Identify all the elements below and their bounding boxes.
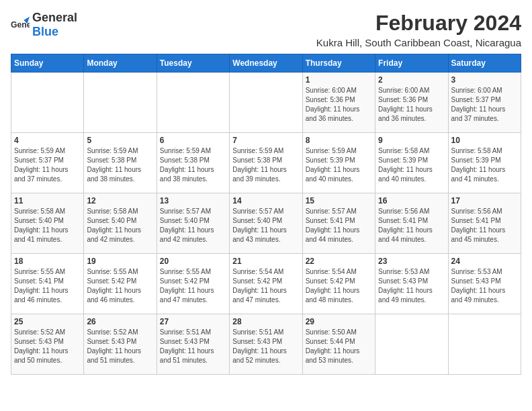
calendar-week-row: 1Sunrise: 6:00 AM Sunset: 5:36 PM Daylig…: [11, 73, 521, 133]
calendar-week-row: 18Sunrise: 5:55 AM Sunset: 5:41 PM Dayli…: [11, 254, 521, 314]
calendar-cell: 11Sunrise: 5:58 AM Sunset: 5:40 PM Dayli…: [11, 193, 84, 254]
day-info: Sunrise: 5:57 AM Sunset: 5:40 PM Dayligh…: [160, 207, 226, 244]
day-number: 10: [451, 136, 518, 145]
day-number: 19: [87, 257, 153, 266]
day-number: 17: [451, 196, 518, 205]
day-info: Sunrise: 5:57 AM Sunset: 5:40 PM Dayligh…: [232, 207, 299, 244]
day-number: 12: [87, 196, 153, 205]
day-info: Sunrise: 5:59 AM Sunset: 5:38 PM Dayligh…: [232, 146, 299, 184]
day-number: 8: [306, 136, 372, 145]
calendar-cell: 24Sunrise: 5:53 AM Sunset: 5:43 PM Dayli…: [448, 254, 521, 314]
day-number: 11: [14, 196, 81, 205]
calendar-cell: 10Sunrise: 5:58 AM Sunset: 5:39 PM Dayli…: [448, 133, 521, 193]
day-info: Sunrise: 5:59 AM Sunset: 5:39 PM Dayligh…: [306, 146, 372, 184]
day-number: 15: [306, 196, 372, 205]
col-header-sunday: Sunday: [11, 54, 84, 73]
calendar-cell: 4Sunrise: 5:59 AM Sunset: 5:37 PM Daylig…: [11, 133, 84, 193]
day-info: Sunrise: 5:52 AM Sunset: 5:43 PM Dayligh…: [14, 328, 81, 365]
day-info: Sunrise: 6:00 AM Sunset: 5:36 PM Dayligh…: [378, 86, 445, 124]
day-number: 9: [378, 136, 445, 145]
calendar-cell: 8Sunrise: 5:59 AM Sunset: 5:39 PM Daylig…: [302, 133, 375, 193]
calendar-cell: 25Sunrise: 5:52 AM Sunset: 5:43 PM Dayli…: [11, 314, 84, 375]
calendar-cell: 27Sunrise: 5:51 AM Sunset: 5:43 PM Dayli…: [157, 314, 229, 375]
subtitle: Kukra Hill, South Caribbean Coast, Nicar…: [316, 37, 521, 48]
col-header-thursday: Thursday: [302, 54, 375, 73]
main-title: February 2024: [316, 11, 521, 36]
logo-blue: Blue: [32, 25, 58, 38]
day-info: Sunrise: 5:50 AM Sunset: 5:44 PM Dayligh…: [306, 328, 372, 365]
calendar-cell: 15Sunrise: 5:57 AM Sunset: 5:41 PM Dayli…: [302, 193, 375, 254]
day-info: Sunrise: 5:52 AM Sunset: 5:43 PM Dayligh…: [87, 328, 153, 365]
day-number: 7: [232, 136, 299, 145]
calendar-cell: 7Sunrise: 5:59 AM Sunset: 5:38 PM Daylig…: [230, 133, 302, 193]
day-number: 13: [160, 196, 226, 205]
logo-text: General Blue: [32, 11, 77, 39]
calendar-cell: [230, 73, 302, 133]
day-info: Sunrise: 5:51 AM Sunset: 5:43 PM Dayligh…: [232, 328, 299, 365]
day-number: 4: [14, 136, 81, 145]
day-info: Sunrise: 5:59 AM Sunset: 5:37 PM Dayligh…: [14, 146, 81, 184]
day-info: Sunrise: 5:59 AM Sunset: 5:38 PM Dayligh…: [87, 146, 153, 184]
calendar-cell: [375, 314, 448, 375]
calendar-week-row: 4Sunrise: 5:59 AM Sunset: 5:37 PM Daylig…: [11, 133, 521, 193]
day-number: 6: [160, 136, 226, 145]
calendar-cell: 17Sunrise: 5:56 AM Sunset: 5:41 PM Dayli…: [448, 193, 521, 254]
day-info: Sunrise: 5:51 AM Sunset: 5:43 PM Dayligh…: [160, 328, 226, 365]
header: General General Blue February 2024 Kukra…: [11, 11, 521, 48]
day-number: 16: [378, 196, 445, 205]
day-number: 3: [451, 75, 518, 85]
day-number: 26: [87, 317, 153, 326]
day-number: 27: [160, 317, 226, 326]
calendar-week-row: 11Sunrise: 5:58 AM Sunset: 5:40 PM Dayli…: [11, 193, 521, 254]
day-info: Sunrise: 5:53 AM Sunset: 5:43 PM Dayligh…: [451, 267, 518, 305]
calendar-cell: 1Sunrise: 6:00 AM Sunset: 5:36 PM Daylig…: [302, 73, 375, 133]
day-info: Sunrise: 5:57 AM Sunset: 5:41 PM Dayligh…: [306, 207, 372, 244]
calendar-cell: 9Sunrise: 5:58 AM Sunset: 5:39 PM Daylig…: [375, 133, 448, 193]
day-info: Sunrise: 5:55 AM Sunset: 5:41 PM Dayligh…: [14, 267, 81, 305]
day-number: 18: [14, 257, 81, 266]
day-number: 23: [378, 257, 445, 266]
calendar-cell: 20Sunrise: 5:55 AM Sunset: 5:42 PM Dayli…: [157, 254, 229, 314]
day-info: Sunrise: 6:00 AM Sunset: 5:36 PM Dayligh…: [306, 86, 372, 124]
day-info: Sunrise: 5:58 AM Sunset: 5:40 PM Dayligh…: [87, 207, 153, 244]
logo-general: General: [32, 11, 77, 24]
calendar-week-row: 25Sunrise: 5:52 AM Sunset: 5:43 PM Dayli…: [11, 314, 521, 375]
day-info: Sunrise: 5:53 AM Sunset: 5:43 PM Dayligh…: [378, 267, 445, 305]
calendar-cell: 5Sunrise: 5:59 AM Sunset: 5:38 PM Daylig…: [84, 133, 157, 193]
calendar-cell: 29Sunrise: 5:50 AM Sunset: 5:44 PM Dayli…: [302, 314, 375, 375]
day-number: 22: [306, 257, 372, 266]
calendar-cell: [157, 73, 229, 133]
col-header-friday: Friday: [375, 54, 448, 73]
day-info: Sunrise: 5:58 AM Sunset: 5:39 PM Dayligh…: [378, 146, 445, 184]
logo-icon: General: [11, 15, 30, 34]
day-number: 29: [306, 317, 372, 326]
day-info: Sunrise: 6:00 AM Sunset: 5:37 PM Dayligh…: [451, 86, 518, 124]
calendar-cell: 23Sunrise: 5:53 AM Sunset: 5:43 PM Dayli…: [375, 254, 448, 314]
day-info: Sunrise: 5:55 AM Sunset: 5:42 PM Dayligh…: [87, 267, 153, 305]
calendar-cell: 19Sunrise: 5:55 AM Sunset: 5:42 PM Dayli…: [84, 254, 157, 314]
calendar-table: SundayMondayTuesdayWednesdayThursdayFrid…: [11, 54, 521, 375]
calendar-cell: 3Sunrise: 6:00 AM Sunset: 5:37 PM Daylig…: [448, 73, 521, 133]
calendar-cell: 21Sunrise: 5:54 AM Sunset: 5:42 PM Dayli…: [230, 254, 302, 314]
day-info: Sunrise: 5:54 AM Sunset: 5:42 PM Dayligh…: [306, 267, 372, 305]
day-number: 28: [232, 317, 299, 326]
calendar-cell: 6Sunrise: 5:59 AM Sunset: 5:38 PM Daylig…: [157, 133, 229, 193]
day-info: Sunrise: 5:56 AM Sunset: 5:41 PM Dayligh…: [451, 207, 518, 244]
day-info: Sunrise: 5:59 AM Sunset: 5:38 PM Dayligh…: [160, 146, 226, 184]
day-number: 20: [160, 257, 226, 266]
calendar-cell: 26Sunrise: 5:52 AM Sunset: 5:43 PM Dayli…: [84, 314, 157, 375]
col-header-wednesday: Wednesday: [230, 54, 302, 73]
day-number: 5: [87, 136, 153, 145]
day-number: 25: [14, 317, 81, 326]
calendar-cell: [11, 73, 84, 133]
calendar-header-row: SundayMondayTuesdayWednesdayThursdayFrid…: [11, 54, 521, 73]
title-area: February 2024 Kukra Hill, South Caribbea…: [316, 11, 521, 48]
day-info: Sunrise: 5:58 AM Sunset: 5:40 PM Dayligh…: [14, 207, 81, 244]
day-info: Sunrise: 5:54 AM Sunset: 5:42 PM Dayligh…: [232, 267, 299, 305]
calendar-cell: 14Sunrise: 5:57 AM Sunset: 5:40 PM Dayli…: [230, 193, 302, 254]
day-info: Sunrise: 5:56 AM Sunset: 5:41 PM Dayligh…: [378, 207, 445, 244]
calendar-cell: [448, 314, 521, 375]
day-number: 21: [232, 257, 299, 266]
day-number: 2: [378, 75, 445, 85]
day-info: Sunrise: 5:58 AM Sunset: 5:39 PM Dayligh…: [451, 146, 518, 184]
